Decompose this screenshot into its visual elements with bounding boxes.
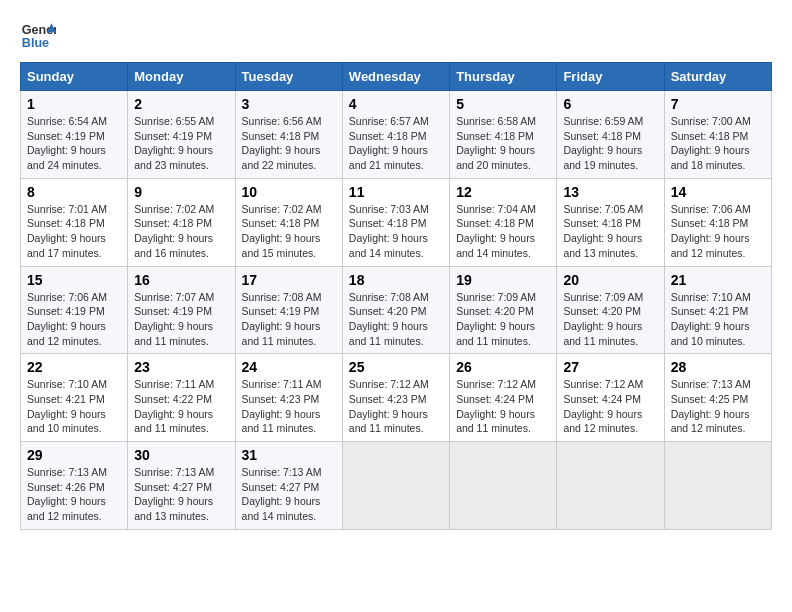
day-number: 3 — [242, 96, 336, 112]
day-detail: Sunrise: 7:02 AMSunset: 4:18 PMDaylight:… — [134, 203, 214, 259]
day-detail: Sunrise: 7:00 AMSunset: 4:18 PMDaylight:… — [671, 115, 751, 171]
calendar-cell: 22 Sunrise: 7:10 AMSunset: 4:21 PMDaylig… — [21, 354, 128, 442]
day-detail: Sunrise: 7:13 AMSunset: 4:26 PMDaylight:… — [27, 466, 107, 522]
calendar-cell: 17 Sunrise: 7:08 AMSunset: 4:19 PMDaylig… — [235, 266, 342, 354]
day-detail: Sunrise: 7:04 AMSunset: 4:18 PMDaylight:… — [456, 203, 536, 259]
col-header-thursday: Thursday — [450, 63, 557, 91]
day-detail: Sunrise: 7:10 AMSunset: 4:21 PMDaylight:… — [671, 291, 751, 347]
day-number: 16 — [134, 272, 228, 288]
col-header-sunday: Sunday — [21, 63, 128, 91]
logo-icon: General Blue — [20, 16, 56, 52]
calendar-cell: 6 Sunrise: 6:59 AMSunset: 4:18 PMDayligh… — [557, 91, 664, 179]
logo: General Blue — [20, 16, 56, 52]
day-detail: Sunrise: 7:09 AMSunset: 4:20 PMDaylight:… — [563, 291, 643, 347]
day-number: 14 — [671, 184, 765, 200]
day-number: 15 — [27, 272, 121, 288]
day-detail: Sunrise: 7:10 AMSunset: 4:21 PMDaylight:… — [27, 378, 107, 434]
calendar-week-3: 15 Sunrise: 7:06 AMSunset: 4:19 PMDaylig… — [21, 266, 772, 354]
day-number: 25 — [349, 359, 443, 375]
calendar-cell: 7 Sunrise: 7:00 AMSunset: 4:18 PMDayligh… — [664, 91, 771, 179]
day-number: 22 — [27, 359, 121, 375]
calendar-cell: 18 Sunrise: 7:08 AMSunset: 4:20 PMDaylig… — [342, 266, 449, 354]
day-detail: Sunrise: 7:11 AMSunset: 4:23 PMDaylight:… — [242, 378, 322, 434]
day-detail: Sunrise: 7:08 AMSunset: 4:19 PMDaylight:… — [242, 291, 322, 347]
day-detail: Sunrise: 7:06 AMSunset: 4:18 PMDaylight:… — [671, 203, 751, 259]
day-detail: Sunrise: 7:13 AMSunset: 4:25 PMDaylight:… — [671, 378, 751, 434]
calendar-cell: 13 Sunrise: 7:05 AMSunset: 4:18 PMDaylig… — [557, 178, 664, 266]
day-detail: Sunrise: 7:01 AMSunset: 4:18 PMDaylight:… — [27, 203, 107, 259]
day-number: 1 — [27, 96, 121, 112]
svg-text:Blue: Blue — [22, 36, 49, 50]
day-detail: Sunrise: 7:06 AMSunset: 4:19 PMDaylight:… — [27, 291, 107, 347]
day-number: 24 — [242, 359, 336, 375]
day-detail: Sunrise: 7:09 AMSunset: 4:20 PMDaylight:… — [456, 291, 536, 347]
calendar-cell: 21 Sunrise: 7:10 AMSunset: 4:21 PMDaylig… — [664, 266, 771, 354]
day-detail: Sunrise: 6:58 AMSunset: 4:18 PMDaylight:… — [456, 115, 536, 171]
day-detail: Sunrise: 7:13 AMSunset: 4:27 PMDaylight:… — [134, 466, 214, 522]
calendar-cell: 20 Sunrise: 7:09 AMSunset: 4:20 PMDaylig… — [557, 266, 664, 354]
day-number: 11 — [349, 184, 443, 200]
calendar-cell — [450, 442, 557, 530]
day-detail: Sunrise: 7:12 AMSunset: 4:24 PMDaylight:… — [563, 378, 643, 434]
day-number: 6 — [563, 96, 657, 112]
calendar-cell: 16 Sunrise: 7:07 AMSunset: 4:19 PMDaylig… — [128, 266, 235, 354]
calendar-cell: 23 Sunrise: 7:11 AMSunset: 4:22 PMDaylig… — [128, 354, 235, 442]
day-number: 4 — [349, 96, 443, 112]
calendar-week-4: 22 Sunrise: 7:10 AMSunset: 4:21 PMDaylig… — [21, 354, 772, 442]
calendar-cell: 25 Sunrise: 7:12 AMSunset: 4:23 PMDaylig… — [342, 354, 449, 442]
day-detail: Sunrise: 7:12 AMSunset: 4:23 PMDaylight:… — [349, 378, 429, 434]
day-number: 19 — [456, 272, 550, 288]
day-number: 23 — [134, 359, 228, 375]
day-number: 27 — [563, 359, 657, 375]
day-number: 2 — [134, 96, 228, 112]
day-detail: Sunrise: 7:12 AMSunset: 4:24 PMDaylight:… — [456, 378, 536, 434]
calendar-cell: 19 Sunrise: 7:09 AMSunset: 4:20 PMDaylig… — [450, 266, 557, 354]
day-number: 17 — [242, 272, 336, 288]
header: General Blue — [20, 16, 772, 52]
day-detail: Sunrise: 7:13 AMSunset: 4:27 PMDaylight:… — [242, 466, 322, 522]
col-header-saturday: Saturday — [664, 63, 771, 91]
calendar-week-1: 1 Sunrise: 6:54 AMSunset: 4:19 PMDayligh… — [21, 91, 772, 179]
calendar-cell: 24 Sunrise: 7:11 AMSunset: 4:23 PMDaylig… — [235, 354, 342, 442]
day-number: 26 — [456, 359, 550, 375]
day-number: 29 — [27, 447, 121, 463]
day-detail: Sunrise: 6:56 AMSunset: 4:18 PMDaylight:… — [242, 115, 322, 171]
col-header-monday: Monday — [128, 63, 235, 91]
day-detail: Sunrise: 6:55 AMSunset: 4:19 PMDaylight:… — [134, 115, 214, 171]
day-number: 31 — [242, 447, 336, 463]
calendar-header-row: SundayMondayTuesdayWednesdayThursdayFrid… — [21, 63, 772, 91]
day-number: 7 — [671, 96, 765, 112]
calendar-cell: 5 Sunrise: 6:58 AMSunset: 4:18 PMDayligh… — [450, 91, 557, 179]
day-number: 5 — [456, 96, 550, 112]
calendar-cell: 31 Sunrise: 7:13 AMSunset: 4:27 PMDaylig… — [235, 442, 342, 530]
day-detail: Sunrise: 6:57 AMSunset: 4:18 PMDaylight:… — [349, 115, 429, 171]
day-number: 20 — [563, 272, 657, 288]
calendar-cell: 12 Sunrise: 7:04 AMSunset: 4:18 PMDaylig… — [450, 178, 557, 266]
day-number: 21 — [671, 272, 765, 288]
day-number: 28 — [671, 359, 765, 375]
day-detail: Sunrise: 6:59 AMSunset: 4:18 PMDaylight:… — [563, 115, 643, 171]
calendar-week-5: 29 Sunrise: 7:13 AMSunset: 4:26 PMDaylig… — [21, 442, 772, 530]
calendar-cell: 27 Sunrise: 7:12 AMSunset: 4:24 PMDaylig… — [557, 354, 664, 442]
day-number: 30 — [134, 447, 228, 463]
day-number: 8 — [27, 184, 121, 200]
calendar-cell: 14 Sunrise: 7:06 AMSunset: 4:18 PMDaylig… — [664, 178, 771, 266]
day-number: 12 — [456, 184, 550, 200]
calendar-cell: 10 Sunrise: 7:02 AMSunset: 4:18 PMDaylig… — [235, 178, 342, 266]
calendar-cell — [664, 442, 771, 530]
calendar-cell: 28 Sunrise: 7:13 AMSunset: 4:25 PMDaylig… — [664, 354, 771, 442]
calendar-cell: 30 Sunrise: 7:13 AMSunset: 4:27 PMDaylig… — [128, 442, 235, 530]
day-detail: Sunrise: 7:11 AMSunset: 4:22 PMDaylight:… — [134, 378, 214, 434]
calendar-cell: 3 Sunrise: 6:56 AMSunset: 4:18 PMDayligh… — [235, 91, 342, 179]
calendar-cell: 8 Sunrise: 7:01 AMSunset: 4:18 PMDayligh… — [21, 178, 128, 266]
calendar-cell: 4 Sunrise: 6:57 AMSunset: 4:18 PMDayligh… — [342, 91, 449, 179]
day-number: 9 — [134, 184, 228, 200]
day-detail: Sunrise: 7:07 AMSunset: 4:19 PMDaylight:… — [134, 291, 214, 347]
calendar-cell — [342, 442, 449, 530]
calendar-cell: 15 Sunrise: 7:06 AMSunset: 4:19 PMDaylig… — [21, 266, 128, 354]
calendar-cell: 29 Sunrise: 7:13 AMSunset: 4:26 PMDaylig… — [21, 442, 128, 530]
calendar-cell: 26 Sunrise: 7:12 AMSunset: 4:24 PMDaylig… — [450, 354, 557, 442]
day-detail: Sunrise: 7:05 AMSunset: 4:18 PMDaylight:… — [563, 203, 643, 259]
calendar-cell: 11 Sunrise: 7:03 AMSunset: 4:18 PMDaylig… — [342, 178, 449, 266]
day-detail: Sunrise: 7:03 AMSunset: 4:18 PMDaylight:… — [349, 203, 429, 259]
